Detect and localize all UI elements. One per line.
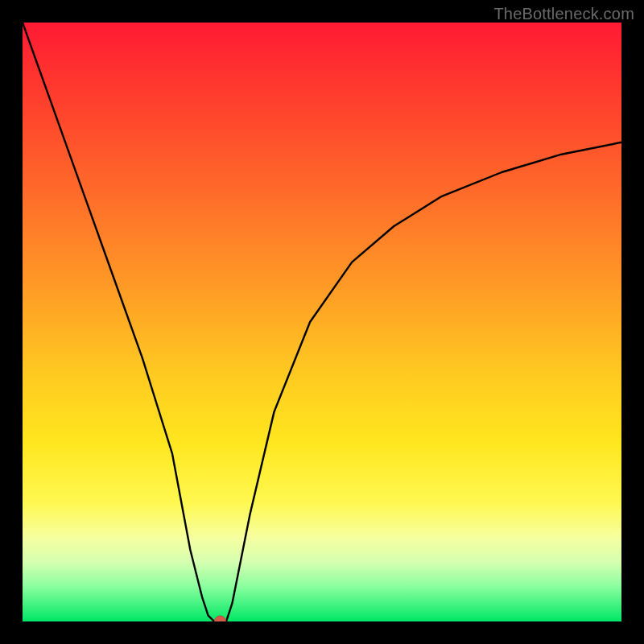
plot-area [23, 23, 621, 621]
chart-container: TheBottleneck.com [0, 0, 644, 644]
minimum-marker [215, 616, 226, 621]
curve-svg [23, 23, 621, 621]
watermark-text: TheBottleneck.com [493, 5, 634, 23]
bottleneck-curve-path [23, 23, 621, 621]
